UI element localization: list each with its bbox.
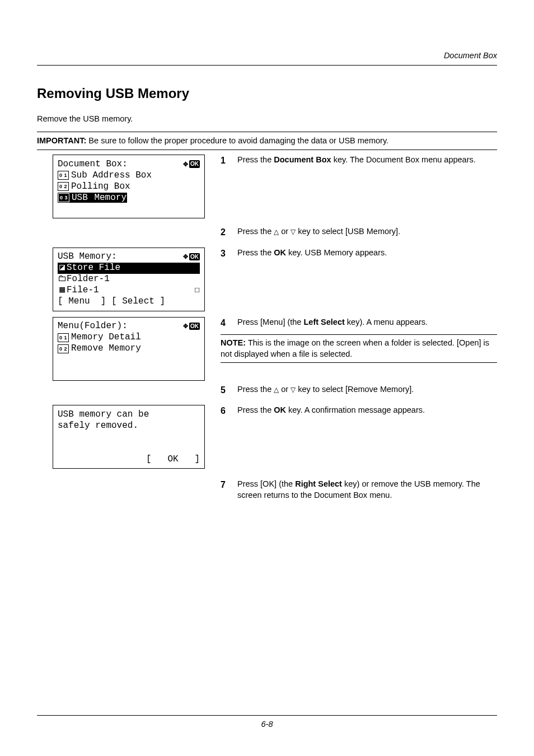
- step-6-pre: Press the: [237, 405, 274, 414]
- ok-icon: OK: [189, 323, 200, 330]
- section-title: Removing USB Memory: [37, 85, 497, 102]
- lcd1-item-1: Sub Address Box: [71, 170, 152, 180]
- lcd2-row2: Folder-1: [67, 274, 110, 284]
- ok-icon: OK: [189, 253, 200, 261]
- step-4-key: Left Select: [303, 318, 344, 326]
- step-4-pre: Press [Menu] (the: [237, 318, 303, 326]
- lcd1-title: Document Box:: [58, 159, 128, 169]
- step-1-post: key. The Document Box menu appears.: [331, 155, 476, 164]
- note-text: This is the image on the screen when a f…: [221, 338, 489, 358]
- list-index-01: 0 1: [58, 171, 69, 180]
- lcd3-item-2: Remove Memory: [71, 343, 141, 353]
- lcd4-line2: safely removed.: [58, 420, 200, 431]
- intro-text: Remove the USB memory.: [37, 114, 497, 125]
- step-7-num: 7: [221, 479, 229, 501]
- important-label: IMPORTANT:: [37, 136, 86, 145]
- lcd4-ok: [ OK ]: [58, 454, 200, 465]
- dpad-icon: ✥: [183, 323, 188, 329]
- step-3: 3 Press the OK key. USB Memory appears.: [221, 248, 497, 260]
- ok-icon: OK: [189, 160, 200, 168]
- lcd2-title: USB Memory:: [58, 251, 117, 262]
- step-7: 7 Press [OK] (the Right Select key) or r…: [221, 479, 497, 501]
- list-index-03: 0 3: [58, 193, 69, 202]
- step-6-post: key. A confirmation message appears.: [286, 405, 425, 414]
- list-index-01: 0 1: [58, 333, 69, 342]
- step-6-num: 6: [221, 405, 229, 417]
- lcd2-softkeys: [ Menu ] [ Select ]: [58, 296, 200, 307]
- page-footer: 6-8: [37, 715, 497, 730]
- up-triangle-icon: △: [274, 227, 279, 236]
- list-index-02: 0 2: [58, 344, 69, 353]
- step-5-post: key to select [Remove Memory].: [296, 385, 414, 394]
- up-triangle-icon: △: [274, 385, 279, 394]
- step-5-num: 5: [221, 384, 229, 396]
- dpad-icon: ✥: [183, 161, 188, 167]
- lcd1-item-3a: USB: [72, 193, 88, 203]
- lcd-document-box: Document Box: ✥ OK 0 1 Sub Address Box 0…: [53, 155, 205, 218]
- running-head: Document Box: [37, 50, 497, 66]
- step-6-key: OK: [274, 405, 286, 414]
- step-7-pre: Press [OK] (the: [237, 479, 295, 488]
- step-2: 2 Press the △ or ▽ key to select [USB Me…: [221, 226, 497, 239]
- important-callout: IMPORTANT: Be sure to follow the proper …: [37, 132, 497, 151]
- down-triangle-icon: ▽: [291, 227, 296, 236]
- lcd-confirmation: USB memory can be safely removed. [ OK ]: [53, 405, 205, 469]
- note-label: NOTE:: [221, 338, 246, 347]
- step-5: 5 Press the △ or ▽ key to select [Remove…: [221, 384, 497, 396]
- folder-icon: 🗀: [58, 274, 67, 284]
- step-3-key: OK: [274, 248, 286, 257]
- step-2-mid: or: [279, 227, 291, 236]
- lcd-menu-folder: Menu(Folder): ✥ OK 0 1 Memory Detail 0 2…: [53, 317, 205, 381]
- lcd2-row3: File-1: [67, 285, 99, 295]
- step-2-num: 2: [221, 226, 229, 239]
- lcd2-row1: Store File: [67, 263, 120, 273]
- step-4-num: 4: [221, 317, 229, 329]
- step-3-num: 3: [221, 248, 229, 260]
- lcd3-title: Menu(Folder):: [58, 321, 128, 331]
- list-index-02: 0 2: [58, 182, 69, 191]
- lcd1-item-3b: Memory: [88, 193, 127, 203]
- step-1-key: Document Box: [274, 155, 331, 164]
- step-2-post: key to select [USB Memory].: [296, 227, 400, 236]
- step-6: 6 Press the OK key. A confirmation messa…: [221, 405, 497, 417]
- down-triangle-icon: ▽: [291, 385, 296, 394]
- file-icon: ▦: [58, 285, 67, 295]
- important-text: Be sure to follow the proper procedure t…: [86, 136, 388, 145]
- dpad-icon: ✥: [183, 254, 188, 260]
- lcd4-line1: USB memory can be: [58, 409, 200, 420]
- step-5-mid: or: [279, 385, 291, 394]
- lcd-usb-memory: USB Memory: ✥ OK ◪Store File 🗀Folder-1 ▦…: [53, 248, 205, 311]
- step-1-pre: Press the: [237, 155, 274, 164]
- step-3-post: key. USB Memory appears.: [286, 248, 387, 257]
- store-file-icon: ◪: [58, 263, 67, 273]
- lcd1-item-2: Polling Box: [71, 181, 130, 192]
- step-3-pre: Press the: [237, 248, 274, 257]
- step-5-pre: Press the: [237, 385, 274, 394]
- note-box: NOTE: This is the image on the screen wh…: [221, 334, 497, 363]
- step-1-num: 1: [221, 155, 229, 167]
- step-1: 1 Press the Document Box key. The Docume…: [221, 155, 497, 167]
- lcd3-item-1: Memory Detail: [71, 332, 141, 342]
- step-7-key: Right Select: [295, 479, 342, 488]
- step-4: 4 Press [Menu] (the Left Select key). A …: [221, 317, 497, 329]
- checkbox-icon: ☐: [194, 285, 200, 295]
- step-2-pre: Press the: [237, 227, 274, 236]
- step-4-post: key). A menu appears.: [345, 318, 428, 326]
